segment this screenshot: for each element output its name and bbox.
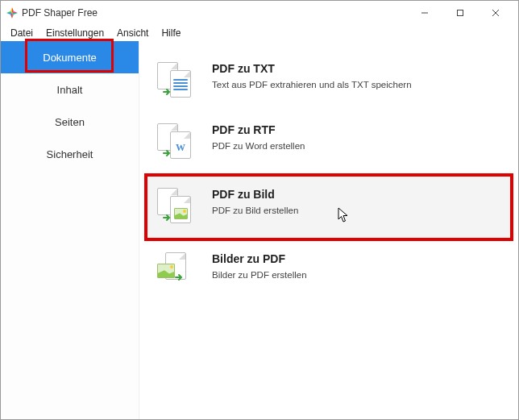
action-subtitle: PDF zu Word erstellen: [212, 141, 305, 151]
action-title: Bilder zu PDF: [212, 252, 307, 265]
sidebar-tabs: Dokumente Inhalt Seiten Sicherheit: [1, 41, 139, 170]
menu-datei[interactable]: Datei: [4, 26, 39, 40]
action-text: PDF zu TXT Text aus PDF extrahieren und …: [212, 62, 412, 89]
action-subtitle: Bilder zu PDF erstellen: [212, 270, 307, 280]
app-icon: [6, 6, 19, 19]
menu-bar: Datei Einstellungen Ansicht Hilfe: [1, 25, 518, 41]
action-subtitle: PDF zu Bild erstellen: [212, 206, 298, 215]
bilder-zu-pdf-icon: [157, 252, 194, 289]
sidebar-tab-inhalt[interactable]: Inhalt: [1, 73, 139, 106]
action-text: PDF zu RTF PDF zu Word erstellen: [212, 123, 305, 151]
action-pdf-to-txt[interactable]: PDF zu TXT Text aus PDF extrahieren und …: [147, 51, 510, 112]
window-title: PDF Shaper Free: [22, 7, 407, 19]
app-window: PDF Shaper Free Datei Einstellungen Ansi…: [0, 0, 519, 420]
window-controls: [407, 1, 513, 25]
menu-ansicht[interactable]: Ansicht: [110, 26, 155, 40]
svg-rect-1: [458, 10, 463, 16]
sidebar-tab-seiten[interactable]: Seiten: [1, 106, 139, 138]
action-pdf-to-bild[interactable]: PDF zu Bild PDF zu Bild erstellen: [144, 173, 513, 241]
action-title: PDF zu RTF: [212, 123, 305, 136]
maximize-button[interactable]: [442, 1, 478, 25]
pdf-to-bild-icon: [157, 188, 194, 225]
minimize-button[interactable]: [407, 1, 442, 25]
content-area: Dokumente Inhalt Seiten Sicherheit: [1, 41, 518, 419]
title-bar: PDF Shaper Free: [1, 1, 518, 25]
action-bilder-zu-pdf[interactable]: Bilder zu PDF Bilder zu PDF erstellen: [147, 241, 510, 302]
action-text: Bilder zu PDF Bilder zu PDF erstellen: [212, 252, 307, 280]
main-panel: PDF zu TXT Text aus PDF extrahieren und …: [139, 41, 518, 419]
sidebar: Dokumente Inhalt Seiten Sicherheit: [1, 41, 139, 419]
action-subtitle: Text aus PDF extrahieren und als TXT spe…: [212, 80, 412, 89]
action-pdf-to-rtf[interactable]: W PDF zu RTF PDF zu Word erstellen: [147, 112, 510, 173]
pdf-to-rtf-icon: W: [157, 123, 194, 160]
action-title: PDF zu TXT: [212, 62, 412, 75]
sidebar-tab-sicherheit[interactable]: Sicherheit: [1, 138, 139, 170]
menu-einstellungen[interactable]: Einstellungen: [39, 26, 110, 40]
pdf-to-txt-icon: [157, 62, 194, 99]
sidebar-tab-dokumente[interactable]: Dokumente: [1, 41, 139, 73]
action-title: PDF zu Bild: [212, 188, 298, 201]
close-button[interactable]: [478, 1, 513, 25]
action-text: PDF zu Bild PDF zu Bild erstellen: [212, 188, 298, 215]
menu-hilfe[interactable]: Hilfe: [155, 26, 187, 40]
mouse-cursor-icon: [338, 207, 349, 223]
